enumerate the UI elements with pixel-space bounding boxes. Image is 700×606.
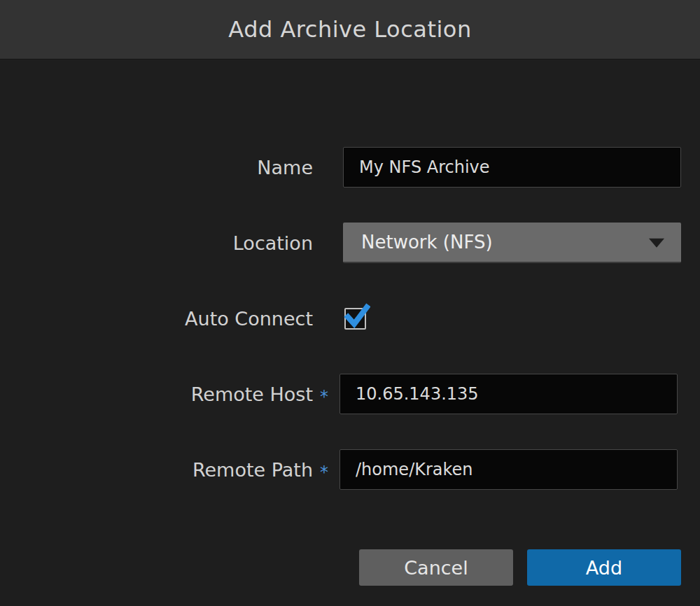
location-label: Location [0,232,313,254]
remote-path-label: Remote Path [0,459,313,481]
auto-connect-label: Auto Connect [0,308,313,330]
location-dropdown[interactable]: Network (NFS) [343,223,681,263]
name-input[interactable] [343,147,681,188]
form-row-remote-path: Remote Path * [0,449,681,490]
remote-host-input[interactable] [340,374,678,414]
add-button[interactable]: Add [527,549,681,586]
remote-host-label: Remote Host [0,383,313,405]
remote-path-input[interactable] [340,449,678,490]
name-label: Name [0,157,313,178]
auto-connect-checkbox[interactable] [344,308,366,330]
form-row-location: Location Network (NFS) [0,223,681,263]
dialog-body: Name Location Network (NFS) Auto Connect… [0,60,700,606]
auto-connect-checkbox-area [343,298,681,339]
add-archive-location-dialog: Add Archive Location Name Location Netwo… [0,0,700,606]
remote-host-required-asterisk: * [320,387,328,407]
dialog-button-row: Cancel Add [0,549,681,586]
form-row-remote-host: Remote Host * [0,374,681,414]
checkmark-icon [344,303,370,330]
cancel-button[interactable]: Cancel [359,549,513,586]
chevron-down-icon [649,239,664,248]
remote-path-required-asterisk: * [320,463,328,482]
location-dropdown-value: Network (NFS) [343,232,493,253]
form-row-name: Name [0,147,681,188]
dialog-titlebar: Add Archive Location [0,0,700,59]
dialog-title: Add Archive Location [228,16,471,43]
form-row-auto-connect: Auto Connect [0,298,681,339]
